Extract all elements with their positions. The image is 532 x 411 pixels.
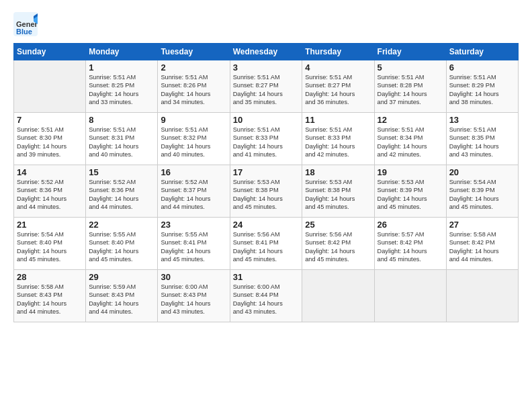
day-number: 13 xyxy=(449,115,515,125)
calendar-cell: 18Sunrise: 5:53 AM Sunset: 8:38 PM Dayli… xyxy=(302,165,374,218)
day-info: Sunrise: 5:51 AM Sunset: 8:27 PM Dayligh… xyxy=(305,73,371,107)
calendar-cell: 23Sunrise: 5:55 AM Sunset: 8:41 PM Dayli… xyxy=(158,218,230,270)
day-number: 24 xyxy=(233,220,300,230)
calendar-week-row: 14Sunrise: 5:52 AM Sunset: 8:36 PM Dayli… xyxy=(14,165,519,218)
calendar-cell: 1Sunrise: 5:51 AM Sunset: 8:25 PM Daylig… xyxy=(86,60,158,113)
calendar-cell xyxy=(374,270,446,322)
day-info: Sunrise: 5:51 AM Sunset: 8:27 PM Dayligh… xyxy=(233,73,300,107)
calendar-cell: 31Sunrise: 6:00 AM Sunset: 8:44 PM Dayli… xyxy=(230,270,302,322)
day-info: Sunrise: 5:54 AM Sunset: 8:40 PM Dayligh… xyxy=(17,230,83,264)
page: General Blue SundayMondayTuesdayWednesda… xyxy=(0,0,532,411)
day-info: Sunrise: 5:51 AM Sunset: 8:31 PM Dayligh… xyxy=(89,126,154,159)
day-number: 18 xyxy=(305,167,371,177)
weekday-header: Sunday xyxy=(14,44,86,60)
calendar-cell: 24Sunrise: 5:56 AM Sunset: 8:41 PM Dayli… xyxy=(230,218,302,270)
day-number: 30 xyxy=(161,272,226,282)
day-number: 5 xyxy=(378,62,443,73)
calendar-cell: 26Sunrise: 5:57 AM Sunset: 8:42 PM Dayli… xyxy=(374,218,446,270)
day-info: Sunrise: 5:59 AM Sunset: 8:43 PM Dayligh… xyxy=(89,283,154,316)
day-info: Sunrise: 5:51 AM Sunset: 8:32 PM Dayligh… xyxy=(161,126,226,159)
calendar-week-row: 7Sunrise: 5:51 AM Sunset: 8:30 PM Daylig… xyxy=(14,113,519,165)
calendar-cell: 29Sunrise: 5:59 AM Sunset: 8:43 PM Dayli… xyxy=(86,270,158,322)
day-info: Sunrise: 5:57 AM Sunset: 8:42 PM Dayligh… xyxy=(378,230,443,264)
day-info: Sunrise: 5:51 AM Sunset: 8:25 PM Dayligh… xyxy=(89,73,154,107)
day-number: 8 xyxy=(89,115,154,125)
day-info: Sunrise: 5:51 AM Sunset: 8:29 PM Dayligh… xyxy=(449,73,515,107)
calendar-cell: 15Sunrise: 5:52 AM Sunset: 8:36 PM Dayli… xyxy=(86,165,158,218)
day-info: Sunrise: 5:52 AM Sunset: 8:37 PM Dayligh… xyxy=(161,178,226,212)
day-number: 12 xyxy=(378,115,443,125)
calendar-week-row: 21Sunrise: 5:54 AM Sunset: 8:40 PM Dayli… xyxy=(14,218,519,270)
calendar-cell: 27Sunrise: 5:58 AM Sunset: 8:42 PM Dayli… xyxy=(446,218,518,270)
day-info: Sunrise: 5:56 AM Sunset: 8:41 PM Dayligh… xyxy=(233,230,300,264)
day-number: 7 xyxy=(17,115,83,125)
day-number: 27 xyxy=(449,220,515,230)
calendar-cell: 22Sunrise: 5:55 AM Sunset: 8:40 PM Dayli… xyxy=(86,218,158,270)
day-number: 26 xyxy=(378,220,443,230)
day-number: 3 xyxy=(233,62,300,73)
calendar-cell xyxy=(302,270,374,322)
calendar-cell: 30Sunrise: 6:00 AM Sunset: 8:43 PM Dayli… xyxy=(158,270,230,322)
weekday-header: Saturday xyxy=(446,44,518,60)
day-info: Sunrise: 5:55 AM Sunset: 8:41 PM Dayligh… xyxy=(161,230,226,264)
calendar-cell xyxy=(14,60,86,113)
day-info: Sunrise: 5:55 AM Sunset: 8:40 PM Dayligh… xyxy=(89,230,154,264)
calendar-cell: 20Sunrise: 5:54 AM Sunset: 8:39 PM Dayli… xyxy=(446,165,518,218)
day-info: Sunrise: 5:51 AM Sunset: 8:33 PM Dayligh… xyxy=(233,126,300,159)
weekday-header: Friday xyxy=(374,44,446,60)
svg-text:Blue: Blue xyxy=(16,28,32,36)
day-number: 23 xyxy=(161,220,226,230)
day-number: 20 xyxy=(449,167,515,177)
day-number: 10 xyxy=(233,115,300,125)
calendar-cell: 3Sunrise: 5:51 AM Sunset: 8:27 PM Daylig… xyxy=(230,60,302,113)
day-info: Sunrise: 5:51 AM Sunset: 8:28 PM Dayligh… xyxy=(378,73,443,107)
calendar-week-row: 28Sunrise: 5:58 AM Sunset: 8:43 PM Dayli… xyxy=(14,270,519,322)
day-number: 11 xyxy=(305,115,371,125)
day-info: Sunrise: 6:00 AM Sunset: 8:44 PM Dayligh… xyxy=(233,283,300,316)
day-info: Sunrise: 5:51 AM Sunset: 8:30 PM Dayligh… xyxy=(17,126,83,159)
calendar-cell: 13Sunrise: 5:51 AM Sunset: 8:35 PM Dayli… xyxy=(446,113,518,165)
day-info: Sunrise: 5:53 AM Sunset: 8:38 PM Dayligh… xyxy=(305,178,371,212)
day-info: Sunrise: 5:53 AM Sunset: 8:39 PM Dayligh… xyxy=(378,178,443,212)
logo-icon: General Blue xyxy=(13,12,38,36)
calendar-cell: 25Sunrise: 5:56 AM Sunset: 8:42 PM Dayli… xyxy=(302,218,374,270)
calendar-header-row: SundayMondayTuesdayWednesdayThursdayFrid… xyxy=(14,44,519,60)
calendar-cell: 2Sunrise: 5:51 AM Sunset: 8:26 PM Daylig… xyxy=(158,60,230,113)
day-number: 25 xyxy=(305,220,371,230)
day-number: 6 xyxy=(449,62,515,73)
day-number: 28 xyxy=(17,272,83,282)
day-number: 15 xyxy=(89,167,154,177)
day-number: 17 xyxy=(233,167,300,177)
day-number: 1 xyxy=(89,62,154,73)
day-number: 9 xyxy=(161,115,226,125)
day-number: 14 xyxy=(17,167,83,177)
day-info: Sunrise: 5:58 AM Sunset: 8:43 PM Dayligh… xyxy=(17,283,83,316)
calendar-cell: 5Sunrise: 5:51 AM Sunset: 8:28 PM Daylig… xyxy=(374,60,446,113)
calendar-cell: 17Sunrise: 5:53 AM Sunset: 8:38 PM Dayli… xyxy=(230,165,302,218)
day-info: Sunrise: 5:52 AM Sunset: 8:36 PM Dayligh… xyxy=(17,178,83,212)
day-info: Sunrise: 5:56 AM Sunset: 8:42 PM Dayligh… xyxy=(305,230,371,264)
day-info: Sunrise: 5:52 AM Sunset: 8:36 PM Dayligh… xyxy=(89,178,154,212)
calendar-cell: 8Sunrise: 5:51 AM Sunset: 8:31 PM Daylig… xyxy=(86,113,158,165)
day-number: 21 xyxy=(17,220,83,230)
weekday-header: Monday xyxy=(86,44,158,60)
calendar-cell: 9Sunrise: 5:51 AM Sunset: 8:32 PM Daylig… xyxy=(158,113,230,165)
weekday-header: Wednesday xyxy=(230,44,302,60)
calendar-week-row: 1Sunrise: 5:51 AM Sunset: 8:25 PM Daylig… xyxy=(14,60,519,113)
calendar-cell: 10Sunrise: 5:51 AM Sunset: 8:33 PM Dayli… xyxy=(230,113,302,165)
day-number: 29 xyxy=(89,272,154,282)
day-info: Sunrise: 5:54 AM Sunset: 8:39 PM Dayligh… xyxy=(449,178,515,212)
logo: General Blue xyxy=(13,12,38,36)
calendar: SundayMondayTuesdayWednesdayThursdayFrid… xyxy=(13,43,519,322)
day-info: Sunrise: 5:58 AM Sunset: 8:42 PM Dayligh… xyxy=(449,230,515,264)
day-info: Sunrise: 5:51 AM Sunset: 8:33 PM Dayligh… xyxy=(305,126,371,159)
calendar-cell: 6Sunrise: 5:51 AM Sunset: 8:29 PM Daylig… xyxy=(446,60,518,113)
day-number: 4 xyxy=(305,62,371,73)
day-info: Sunrise: 5:51 AM Sunset: 8:34 PM Dayligh… xyxy=(378,126,443,159)
calendar-cell xyxy=(446,270,518,322)
day-info: Sunrise: 5:51 AM Sunset: 8:26 PM Dayligh… xyxy=(161,73,226,107)
calendar-cell: 12Sunrise: 5:51 AM Sunset: 8:34 PM Dayli… xyxy=(374,113,446,165)
calendar-cell: 11Sunrise: 5:51 AM Sunset: 8:33 PM Dayli… xyxy=(302,113,374,165)
day-number: 22 xyxy=(89,220,154,230)
calendar-cell: 16Sunrise: 5:52 AM Sunset: 8:37 PM Dayli… xyxy=(158,165,230,218)
